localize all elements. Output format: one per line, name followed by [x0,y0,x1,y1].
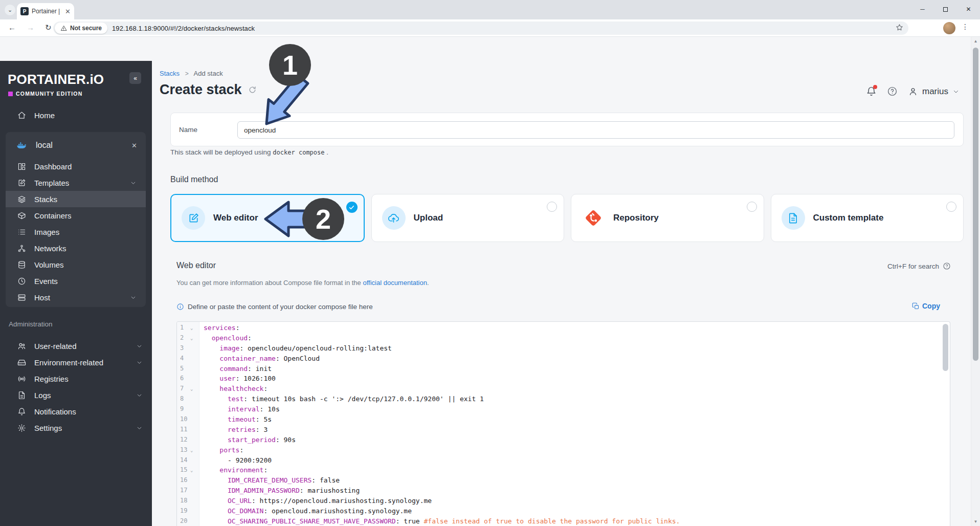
compose-code-editor[interactable]: 1⌄services:2⌄ opencloud:3 image: openclo… [176,321,950,526]
official-documentation-link[interactable]: official documentation [363,279,427,287]
radio-button[interactable] [747,202,757,212]
environment-header[interactable]: local ✕ [6,136,146,155]
refresh-icon[interactable] [248,85,257,94]
editor-scrollbar-thumb[interactable] [943,324,948,371]
users-icon [17,342,26,350]
fold-arrow-icon[interactable]: ⌄ [190,446,193,456]
chevron-down-icon [136,425,143,431]
tab-title: Portainer | lo [32,8,62,15]
line-number: 7 [180,384,184,394]
define-hint: Define or paste the content of your dock… [176,303,373,311]
stack-name-card: Name [170,113,964,146]
fold-arrow-icon[interactable]: ⌄ [190,323,193,334]
sidebar-item-stacks[interactable]: Stacks [6,191,146,207]
sidebar-item-images[interactable]: Images [6,224,146,240]
forward-icon[interactable]: → [27,23,34,32]
fold-arrow-icon[interactable]: ⌄ [190,384,193,394]
code-line: 18 OC_URL: https://opencloud.mariushosti… [177,496,950,506]
back-icon[interactable]: ← [8,23,16,32]
code-line: 10 timeout: 5s [177,414,950,425]
browser-menu-icon[interactable]: ⋮ [962,23,969,31]
sidebar-item-dashboard[interactable]: Dashboard [6,158,146,174]
sidebar-item-user-related[interactable]: User-related [0,338,152,354]
sidebar-item-networks[interactable]: Networks [6,240,146,256]
search-help-icon[interactable] [943,262,951,270]
reload-icon[interactable]: ↻ [45,23,52,32]
browser-tab-bar: ⌄ P Portainer | lo ✕ ─ ✕ [0,0,980,19]
host-icon [17,293,26,302]
user-menu[interactable]: marius [908,86,960,97]
sidebar-item-environment-related[interactable]: Environment-related [0,354,152,370]
build-method-upload[interactable]: Upload [371,194,565,242]
build-method-repository[interactable]: Repository [571,194,764,242]
scroll-down-icon[interactable]: ▼ [971,519,980,524]
page-title: Create stack [160,82,242,98]
radio-button[interactable] [946,202,956,212]
chevron-down-icon [952,88,960,95]
environment-name: local [36,141,53,150]
sidebar-item-registries[interactable]: Registries [0,370,152,387]
page-scrollbar-thumb[interactable] [973,48,978,361]
build-method-web-editor[interactable]: Web editor [170,194,365,242]
fold-arrow-icon[interactable]: ⌄ [190,466,193,476]
sidebar-item-notifications[interactable]: Notifications [0,403,152,420]
browser-tab[interactable]: P Portainer | lo ✕ [17,3,74,19]
administration-label: Administration [9,320,53,328]
notifications-icon [17,407,26,416]
browser-profile-avatar[interactable] [943,22,955,34]
window-minimize-button[interactable]: ─ [911,0,934,18]
dashboard-icon [17,162,26,171]
warning-icon [60,25,67,32]
sidebar-item-home[interactable]: Home [0,107,152,123]
sidebar-item-containers[interactable]: Containers [6,207,146,224]
web-editor-heading: Web editor [176,261,216,270]
fold-arrow-icon[interactable]: ⌄ [190,334,193,344]
code-line: 1⌄services: [177,323,950,333]
sidebar-collapse-button[interactable]: « [129,72,141,84]
sidebar-item-logs[interactable]: Logs [0,387,152,403]
images-icon [17,228,26,236]
window-maximize-button[interactable] [934,0,957,18]
line-number: 18 [180,496,187,506]
tab-close-icon[interactable]: ✕ [65,8,71,15]
breadcrumb-stacks-link[interactable]: Stacks [160,70,180,77]
notifications-bell-icon[interactable] [866,86,877,97]
copy-button[interactable]: Copy [912,302,940,310]
line-number: 12 [180,435,187,445]
sidebar-item-events[interactable]: Events [6,273,146,289]
template-icon [787,212,799,224]
stack-name-input[interactable] [237,121,954,139]
code-line: 16 IDM_CREATE_DEMO_USERS: false [177,475,950,486]
header-icons: marius [866,86,960,97]
sidebar-item-volumes[interactable]: Volumes [6,256,146,273]
templates-icon [17,179,26,187]
sidebar: PORTAINER.iO COMMUNITY EDITION « Home lo… [0,61,152,526]
docker-compose-code: docker compose [273,149,324,156]
code-line: 17 IDM_ADMIN_PASSWORD: mariushosting [177,486,950,496]
build-method-label: Build method [170,175,218,184]
url-text: 192.168.1.18:9000/#!/2/docker/stacks/new… [112,25,255,32]
line-number: 17 [180,486,187,496]
sidebar-item-templates[interactable]: Templates [6,174,146,191]
code-line: 2⌄ opencloud: [177,333,950,343]
chevron-down-icon [136,392,143,399]
chevron-down-icon [130,294,137,301]
radio-button[interactable] [547,202,557,212]
build-method-custom-template[interactable]: Custom template [771,194,964,242]
sidebar-item-host[interactable]: Host [6,289,146,305]
page-scrollbar[interactable]: ▲ ▼ [971,37,980,526]
address-bar[interactable]: Not secure 192.168.1.18:9000/#!/2/docker… [53,21,908,35]
user-icon [908,86,918,97]
not-secure-chip[interactable]: Not secure [55,23,107,34]
tab-search-button[interactable]: ⌄ [5,5,15,15]
close-icon[interactable]: ✕ [131,142,137,149]
sidebar-item-settings[interactable]: Settings [0,420,152,436]
help-icon[interactable] [887,86,898,97]
window-close-button[interactable]: ✕ [957,0,980,18]
breadcrumb-current: Add stack [194,70,223,77]
scroll-up-icon[interactable]: ▲ [971,39,980,43]
git-icon [584,208,603,228]
environment-panel: local ✕ DashboardTemplatesStacksContaine… [6,132,146,307]
code-line: 19 OC_DOMAIN: opencloud.mariushosting.sy… [177,506,950,516]
bookmark-star-icon[interactable] [896,24,903,33]
